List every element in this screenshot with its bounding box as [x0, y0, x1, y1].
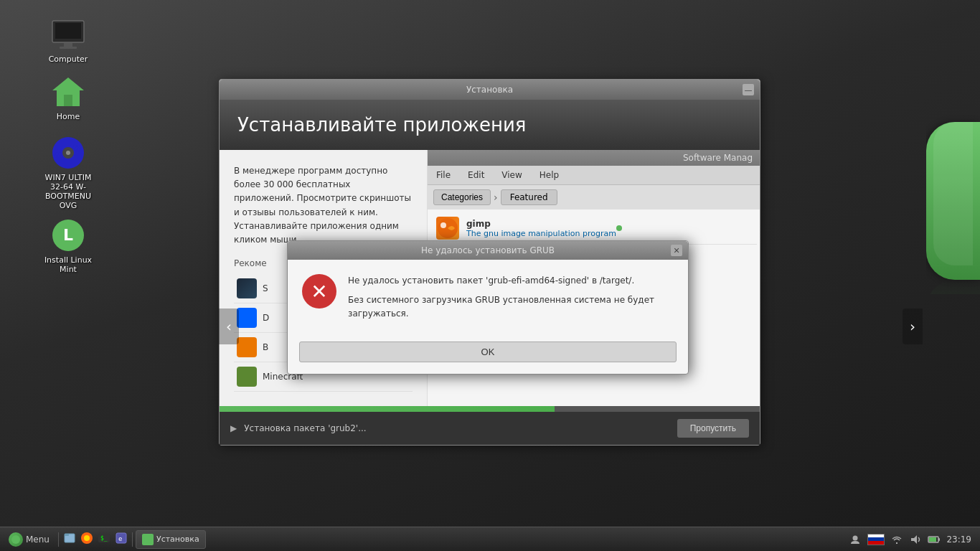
taskbar-app-icon — [142, 534, 154, 545]
taskbar-firefox-icon[interactable] — [79, 530, 95, 548]
taskbar-menu-label: Menu — [26, 534, 50, 545]
gimp-desc: The gnu image manipulation program — [466, 229, 616, 238]
taskbar-language-flag[interactable] — [867, 534, 885, 545]
footer-arrow-icon: ▶ — [230, 423, 237, 433]
software-manager-menu: File Edit View Help — [428, 166, 760, 185]
software-manager-header: Software Manag — [428, 150, 760, 166]
svg-text:$_: $_ — [100, 535, 108, 542]
svg-rect-26 — [929, 537, 936, 542]
svg-rect-15 — [65, 534, 69, 536]
taskbar-menu-icon — [9, 532, 23, 547]
nav-arrow-left[interactable]: ‹ — [219, 309, 239, 344]
computer-icon-label: Computer — [49, 55, 88, 64]
svg-rect-2 — [64, 43, 72, 47]
nav-arrow-right[interactable]: › — [903, 309, 923, 344]
blender-app-icon — [237, 337, 257, 357]
desktop: Computer Home WIN7 ULTIM 32-64 W-BOOTMEN… — [0, 0, 980, 551]
mint-logo-decoration — [926, 115, 980, 294]
svg-point-17 — [84, 535, 90, 541]
steam-app-name: S — [263, 283, 268, 293]
taskbar-separator-2 — [132, 532, 133, 547]
error-title: Не удалось установить GRUB — [421, 245, 555, 255]
software-manager-title: Software Manag — [683, 153, 753, 163]
software-breadcrumb: Categories › Featured — [428, 185, 760, 209]
blender-app-name: B — [263, 342, 268, 352]
svg-point-23 — [853, 535, 858, 540]
error-icon: ✕ — [302, 274, 336, 309]
breadcrumb-categories-button[interactable]: Categories — [433, 189, 491, 205]
taskbar-separator-1 — [58, 532, 59, 547]
breadcrumb-featured[interactable]: Featured — [501, 189, 557, 205]
taskbar-network-icon[interactable] — [890, 533, 903, 546]
svg-rect-5 — [64, 95, 72, 106]
desktop-icon-install[interactable]: L Install Linux Mint — [39, 215, 97, 277]
taskbar-volume-icon[interactable] — [909, 533, 922, 546]
taskbar-app-label: Установка — [156, 534, 199, 544]
taskbar-terminal-icon[interactable]: $_ — [96, 530, 112, 548]
svg-point-13 — [11, 535, 20, 544]
taskbar-right: 23:19 — [849, 533, 977, 546]
svg-rect-1 — [55, 23, 81, 39]
error-titlebar: Не удалось установить GRUB ✕ — [288, 241, 688, 260]
installer-heading: Устанавливайте приложения — [237, 114, 742, 136]
desktop-icon-home[interactable]: Home — [39, 72, 97, 124]
svg-rect-27 — [938, 538, 940, 541]
installer-header: Устанавливайте приложения — [220, 100, 760, 150]
installer-footer: ▶ Установка пакета 'grub2'... Пропустить — [220, 412, 760, 445]
skip-button[interactable]: Пропустить — [677, 419, 749, 438]
error-message-line2: Без системного загрузчика GRUB установле… — [348, 293, 674, 321]
svg-point-8 — [66, 151, 70, 155]
desktop-icon-computer[interactable]: Computer — [39, 14, 97, 67]
menu-view[interactable]: View — [499, 169, 524, 182]
progress-bar-fill — [220, 406, 555, 412]
win7-icon-label: WIN7 ULTIM 32-64 W-BOOTMENU OVG — [42, 173, 94, 210]
svg-point-22 — [144, 536, 151, 543]
error-footer: OK — [288, 336, 688, 374]
error-body: ✕ Не удалось установить пакет 'grub-efi-… — [288, 260, 688, 336]
error-dialog: Не удалось установить GRUB ✕ ✕ Не удалос… — [287, 240, 689, 375]
taskbar-files-icon[interactable] — [62, 530, 77, 548]
progress-bar-container — [220, 406, 760, 412]
minecraft-app-icon — [237, 367, 257, 387]
svg-rect-3 — [60, 47, 77, 49]
taskbar-browser2-icon[interactable]: e — [113, 530, 129, 548]
taskbar-battery-icon[interactable] — [928, 533, 941, 546]
svg-text:L: L — [63, 226, 73, 244]
installer-titlebar: Установка — — [220, 80, 760, 100]
steam-app-icon — [237, 278, 257, 298]
svg-text:e: e — [118, 535, 122, 542]
taskbar-menu-button[interactable]: Menu — [3, 527, 55, 551]
menu-help[interactable]: Help — [537, 169, 562, 182]
installer-title: Установка — [466, 85, 513, 95]
menu-edit[interactable]: Edit — [465, 169, 487, 182]
menu-file[interactable]: File — [433, 169, 453, 182]
gimp-app-icon — [436, 217, 459, 240]
svg-point-12 — [440, 222, 446, 228]
error-close-button[interactable]: ✕ — [671, 245, 682, 256]
install-description: В менеджере программ доступно более 30 0… — [234, 164, 413, 247]
footer-status: Установка пакета 'grub2'... — [244, 423, 669, 433]
svg-marker-24 — [911, 535, 917, 544]
installer-close-button[interactable]: — — [743, 84, 754, 95]
desktop-icon-win7[interactable]: WIN7 ULTIM 32-64 W-BOOTMENU OVG — [39, 133, 97, 213]
ok-button[interactable]: OK — [299, 342, 677, 362]
home-icon-label: Home — [57, 112, 80, 121]
install-icon-label: Install Linux Mint — [42, 255, 94, 274]
dropbox-app-icon — [237, 308, 257, 328]
taskbar-user-icon[interactable] — [849, 533, 862, 546]
taskbar-clock: 23:19 — [946, 534, 971, 545]
gimp-installed-indicator — [616, 225, 622, 231]
error-message-line1: Не удалось установить пакет 'grub-efi-am… — [348, 274, 674, 288]
taskbar-app-installer[interactable]: Установка — [136, 530, 206, 549]
dropbox-app-name: D — [263, 313, 269, 323]
gimp-name: gimp — [466, 219, 616, 229]
taskbar: Menu $_ e — [0, 527, 980, 551]
error-circle-icon: ✕ — [302, 274, 336, 309]
error-message: Не удалось установить пакет 'grub-efi-am… — [348, 274, 674, 321]
breadcrumb-arrow-icon: › — [494, 192, 498, 203]
